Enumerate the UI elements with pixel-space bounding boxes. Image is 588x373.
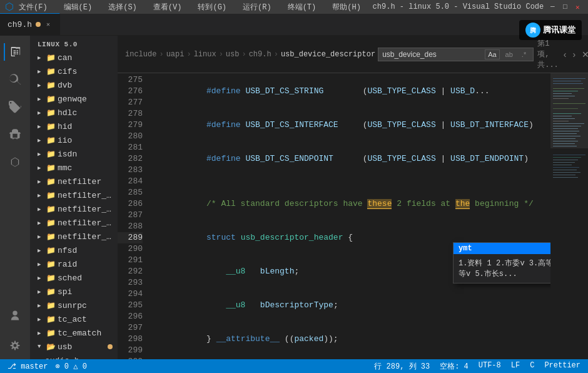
statusbar-eol[interactable]: LF	[511, 361, 520, 372]
sidebar-item-can[interactable]: ▶ 📁 can	[30, 51, 118, 64]
folder-arrow: ▶	[38, 110, 44, 116]
code-editor[interactable]: #define USB_DT_CS_STRING (USB_TYPE_CLASS…	[148, 73, 550, 359]
sidebar-item-usb[interactable]: ▼ 📂 usb	[30, 340, 118, 354]
sidebar-item-sched[interactable]: ▶ 📁 sched	[30, 271, 118, 285]
menu-goto[interactable]: 转到(G)	[193, 1, 231, 14]
folder-icon: 📁	[46, 150, 55, 159]
sidebar-item-netfilter[interactable]: ▶ 📁 netfilter	[30, 175, 118, 188]
breadcrumb-include[interactable]: include	[125, 50, 156, 59]
search-next-btn[interactable]: ›	[571, 49, 577, 59]
activity-bar	[0, 36, 30, 359]
menu-help[interactable]: 帮助(H)	[327, 1, 366, 14]
sidebar-title: LINUX 5.0	[30, 36, 118, 51]
folder-icon: 📁	[46, 218, 55, 228]
folder-arrow: ▶	[38, 192, 44, 199]
folder-label: sunrpc	[58, 301, 113, 310]
maximize-btn[interactable]: □	[563, 3, 570, 11]
svg-rect-33	[553, 175, 575, 175]
minimize-btn[interactable]: ─	[550, 3, 558, 11]
sidebar-item-tc-act[interactable]: ▶ 📁 tc_act	[30, 312, 118, 326]
activity-debug[interactable]	[4, 123, 26, 146]
menu-select[interactable]: 选择(S)	[103, 1, 142, 14]
sidebar-item-netfilter-arp[interactable]: ▶ 📁 netfilter_arp	[30, 188, 118, 202]
sidebar-item-hdlc[interactable]: ▶ 📁 hdlc	[30, 106, 118, 120]
sidebar-item-isdn[interactable]: ▶ 📁 isdn	[30, 147, 118, 161]
breadcrumb-linux[interactable]: linux	[194, 50, 216, 59]
sidebar-item-nfsd[interactable]: ▶ 📁 nfsd	[30, 243, 118, 257]
sidebar-item-iio[interactable]: ▶ 📁 iio	[30, 133, 118, 147]
sidebar-file-audio[interactable]: audio.h	[30, 354, 118, 359]
sidebar-item-sunrpc[interactable]: ▶ 📁 sunrpc	[30, 299, 118, 312]
folder-arrow: ▶	[38, 247, 44, 254]
code-line-278	[158, 176, 550, 187]
statusbar-spaces[interactable]: 空格: 4	[440, 361, 469, 372]
titlebar: ⬡ 文件(F) 编辑(E) 选择(S) 查看(V) 转到(G) 运行(R) 终端…	[0, 0, 588, 14]
sidebar-item-netfilter-ipv4[interactable]: ▶ 📁 netfilter_ipv4	[30, 216, 118, 230]
folder-label: iio	[58, 136, 113, 145]
breadcrumb-struct[interactable]: usb_device_descriptor	[281, 50, 375, 59]
folder-arrow: ▶	[38, 220, 44, 227]
sidebar-item-spi[interactable]: ▶ 📁 spi	[30, 285, 118, 299]
sidebar-item-raid[interactable]: ▶ 📁 raid	[30, 257, 118, 271]
menu-edit[interactable]: 编辑(E)	[59, 1, 98, 14]
statusbar-language[interactable]: C	[530, 361, 534, 372]
autocomplete-popup[interactable]: ymt 1.资料 1 2.市委v 3.高等↑ 4.高等v 5.市长s...	[453, 242, 550, 284]
tab-close-btn[interactable]: ✕	[44, 20, 52, 29]
code-container: 275 276 277 278 279 280 281 282 283 284 …	[118, 73, 588, 359]
svg-rect-30	[553, 167, 579, 168]
sidebar-item-cifs[interactable]: ▶ 📁 cifs	[30, 64, 118, 78]
sidebar-item-netfilter-ipv6[interactable]: ▶ 📁 netfilter_ipv6	[30, 230, 118, 243]
folder-arrow: ▶	[38, 178, 44, 185]
code-line-279: /* All standard descriptors have these 2…	[158, 187, 550, 221]
activity-git[interactable]	[4, 96, 26, 118]
activity-extensions[interactable]	[4, 151, 26, 173]
breadcrumb-usb[interactable]: usb	[226, 50, 240, 59]
statusbar-formatter[interactable]: Prettier	[544, 361, 580, 372]
folder-icon: 📁	[46, 67, 55, 76]
menu-terminal[interactable]: 终端(T)	[283, 1, 322, 14]
activity-settings[interactable]	[4, 334, 26, 357]
sidebar-item-mmc[interactable]: ▶ 📁 mmc	[30, 161, 118, 175]
statusbar-position[interactable]: 行 289, 列 33	[374, 361, 430, 372]
folder-label: isdn	[58, 150, 113, 159]
svg-rect-20	[553, 136, 580, 136]
breadcrumb-ch9h[interactable]: ch9.h	[249, 50, 271, 59]
folder-arrow: ▶	[38, 289, 44, 295]
activity-explorer[interactable]	[4, 41, 26, 63]
search-option-word[interactable]: ab	[502, 49, 516, 59]
statusbar-errors[interactable]: ⊗ 0 △ 0	[55, 362, 86, 371]
autocomplete-item-1[interactable]: 1.资料 1 2.市委v 3.高等↑ 4.高等v 5.市长s...	[454, 257, 550, 280]
sidebar-item-dvb[interactable]: ▶ 📁 dvb	[30, 78, 118, 92]
sidebar: LINUX 5.0 ▶ 📁 can ▶ 📁 cifs ▶ 📁 dvb ▶ 📁 g…	[30, 36, 118, 359]
tab-ch9h[interactable]: ch9.h ✕	[0, 13, 60, 35]
activity-search[interactable]	[4, 68, 26, 91]
search-option-regex[interactable]: .*	[519, 49, 529, 59]
app-icon: ⬡	[5, 1, 14, 13]
statusbar-encoding[interactable]: UTF-8	[479, 361, 501, 372]
breadcrumb-sep3: ›	[219, 50, 223, 59]
sidebar-item-hid[interactable]: ▶ 📁 hid	[30, 120, 118, 133]
menu-file[interactable]: 文件(F)	[14, 1, 53, 14]
menu-view[interactable]: 查看(V)	[148, 1, 187, 14]
folder-arrow: ▶	[38, 275, 44, 282]
breadcrumb-uapi[interactable]: uapi	[166, 50, 185, 59]
folder-arrow: ▶	[38, 302, 44, 309]
search-input-area[interactable]: Aa ab .*	[378, 48, 534, 61]
close-btn[interactable]: ✕	[575, 3, 583, 11]
menubar-items: 文件(F) 编辑(E) 选择(S) 查看(V) 转到(G) 运行(R) 终端(T…	[14, 1, 366, 14]
sidebar-item-netfilter-bridge[interactable]: ▶ 📁 netfilter_bridge	[30, 202, 118, 216]
breadcrumb-sep5: ›	[274, 50, 278, 59]
sidebar-item-tc-ematch[interactable]: ▶ 📁 tc_ematch	[30, 326, 118, 340]
search-prev-btn[interactable]: ‹	[562, 49, 568, 59]
search-option-case[interactable]: Aa	[485, 49, 499, 59]
activity-accounts[interactable]	[4, 304, 26, 327]
folder-arrow: ▶	[38, 233, 44, 240]
svg-rect-23	[553, 143, 575, 144]
folder-arrow: ▶	[38, 261, 44, 268]
statusbar-branch[interactable]: ⎇ master	[8, 362, 48, 371]
sidebar-item-genwqe[interactable]: ▶ 📁 genwqe	[30, 92, 118, 106]
folder-label: hdlc	[58, 108, 113, 118]
menu-run[interactable]: 运行(R)	[238, 1, 276, 14]
search-input[interactable]	[382, 50, 482, 59]
search-close-btn[interactable]: ✕	[580, 49, 588, 59]
